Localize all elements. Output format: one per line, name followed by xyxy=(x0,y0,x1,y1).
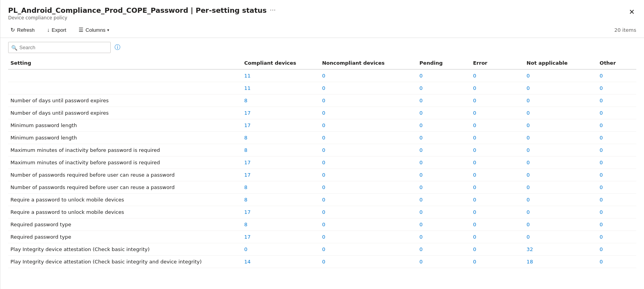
link-error[interactable]: 0 xyxy=(473,73,476,79)
link-other[interactable]: 0 xyxy=(599,234,603,240)
link-noncompliant[interactable]: 0 xyxy=(322,73,325,79)
link-other[interactable]: 0 xyxy=(599,122,603,128)
link-other[interactable]: 0 xyxy=(599,135,603,141)
link-na[interactable]: 0 xyxy=(527,122,530,128)
link-error[interactable]: 0 xyxy=(473,110,476,116)
more-icon[interactable]: ··· xyxy=(270,7,276,14)
link-noncompliant[interactable]: 0 xyxy=(322,184,325,190)
link-na[interactable]: 18 xyxy=(527,259,533,265)
link-error[interactable]: 0 xyxy=(473,246,476,252)
link-noncompliant[interactable]: 0 xyxy=(322,246,325,252)
refresh-button[interactable]: ↻ Refresh xyxy=(8,25,37,34)
link-compliant[interactable]: 17 xyxy=(244,209,251,215)
link-pending[interactable]: 0 xyxy=(420,246,423,252)
link-na[interactable]: 0 xyxy=(527,135,530,141)
link-na[interactable]: 0 xyxy=(527,160,530,165)
link-other[interactable]: 0 xyxy=(599,147,603,153)
link-error[interactable]: 0 xyxy=(473,98,476,103)
link-error[interactable]: 0 xyxy=(473,209,476,215)
link-other[interactable]: 0 xyxy=(599,197,603,203)
columns-button[interactable]: ☰ Columns ▾ xyxy=(76,25,111,34)
link-pending[interactable]: 0 xyxy=(420,184,423,190)
link-pending[interactable]: 0 xyxy=(420,98,423,103)
link-compliant[interactable]: 17 xyxy=(244,122,251,128)
link-compliant[interactable]: 8 xyxy=(244,98,247,103)
link-error[interactable]: 0 xyxy=(473,259,476,265)
table-container[interactable]: Setting Compliant devices Noncompliant d… xyxy=(0,57,644,289)
link-noncompliant[interactable]: 0 xyxy=(322,122,325,128)
link-error[interactable]: 0 xyxy=(473,85,476,91)
link-other[interactable]: 0 xyxy=(599,172,603,178)
link-compliant[interactable]: 8 xyxy=(244,197,247,203)
link-other[interactable]: 0 xyxy=(599,246,603,252)
link-compliant[interactable]: 17 xyxy=(244,234,251,240)
link-compliant[interactable]: 8 xyxy=(244,184,247,190)
link-noncompliant[interactable]: 0 xyxy=(322,110,325,116)
link-na[interactable]: 0 xyxy=(527,147,530,153)
link-na[interactable]: 0 xyxy=(527,209,530,215)
link-noncompliant[interactable]: 0 xyxy=(322,209,325,215)
link-noncompliant[interactable]: 0 xyxy=(322,85,325,91)
link-na[interactable]: 0 xyxy=(527,184,530,190)
link-noncompliant[interactable]: 0 xyxy=(322,197,325,203)
link-noncompliant[interactable]: 0 xyxy=(322,147,325,153)
link-other[interactable]: 0 xyxy=(599,110,603,116)
link-pending[interactable]: 0 xyxy=(420,259,423,265)
link-error[interactable]: 0 xyxy=(473,135,476,141)
link-pending[interactable]: 0 xyxy=(420,122,423,128)
link-na[interactable]: 0 xyxy=(527,234,530,240)
link-other[interactable]: 0 xyxy=(599,209,603,215)
link-pending[interactable]: 0 xyxy=(420,172,423,178)
link-pending[interactable]: 0 xyxy=(420,85,423,91)
link-compliant[interactable]: 17 xyxy=(244,110,251,116)
link-na[interactable]: 0 xyxy=(527,110,530,116)
export-button[interactable]: ↓ Export xyxy=(45,25,69,34)
link-other[interactable]: 0 xyxy=(599,98,603,103)
link-pending[interactable]: 0 xyxy=(420,197,423,203)
link-na[interactable]: 0 xyxy=(527,85,530,91)
link-na[interactable]: 0 xyxy=(527,172,530,178)
link-na[interactable]: 0 xyxy=(527,73,530,79)
link-other[interactable]: 0 xyxy=(599,259,603,265)
link-noncompliant[interactable]: 0 xyxy=(322,259,325,265)
link-compliant[interactable]: 8 xyxy=(244,135,247,141)
link-pending[interactable]: 0 xyxy=(420,147,423,153)
link-noncompliant[interactable]: 0 xyxy=(322,222,325,227)
link-compliant[interactable]: 8 xyxy=(244,222,247,227)
link-noncompliant[interactable]: 0 xyxy=(322,172,325,178)
link-error[interactable]: 0 xyxy=(473,147,476,153)
link-pending[interactable]: 0 xyxy=(420,209,423,215)
link-error[interactable]: 0 xyxy=(473,197,476,203)
close-icon[interactable]: ✕ xyxy=(627,6,636,17)
link-pending[interactable]: 0 xyxy=(420,73,423,79)
link-compliant[interactable]: 11 xyxy=(244,73,251,79)
link-error[interactable]: 0 xyxy=(473,160,476,165)
link-pending[interactable]: 0 xyxy=(420,160,423,165)
link-noncompliant[interactable]: 0 xyxy=(322,98,325,103)
link-error[interactable]: 0 xyxy=(473,122,476,128)
info-icon[interactable]: ⓘ xyxy=(115,44,120,51)
link-na[interactable]: 32 xyxy=(527,246,533,252)
link-na[interactable]: 0 xyxy=(527,197,530,203)
link-pending[interactable]: 0 xyxy=(420,110,423,116)
link-pending[interactable]: 0 xyxy=(420,135,423,141)
link-error[interactable]: 0 xyxy=(473,172,476,178)
link-pending[interactable]: 0 xyxy=(420,222,423,227)
link-other[interactable]: 0 xyxy=(599,184,603,190)
link-na[interactable]: 0 xyxy=(527,98,530,103)
link-other[interactable]: 0 xyxy=(599,222,603,227)
link-error[interactable]: 0 xyxy=(473,234,476,240)
link-compliant[interactable]: 17 xyxy=(244,172,251,178)
link-na[interactable]: 0 xyxy=(527,222,530,227)
link-other[interactable]: 0 xyxy=(599,160,603,165)
link-pending[interactable]: 0 xyxy=(420,234,423,240)
link-compliant[interactable]: 11 xyxy=(244,85,251,91)
link-noncompliant[interactable]: 0 xyxy=(322,160,325,165)
link-error[interactable]: 0 xyxy=(473,184,476,190)
link-compliant[interactable]: 0 xyxy=(244,246,247,252)
link-compliant[interactable]: 17 xyxy=(244,160,251,165)
link-error[interactable]: 0 xyxy=(473,222,476,227)
link-noncompliant[interactable]: 0 xyxy=(322,135,325,141)
link-compliant[interactable]: 14 xyxy=(244,259,251,265)
link-noncompliant[interactable]: 0 xyxy=(322,234,325,240)
